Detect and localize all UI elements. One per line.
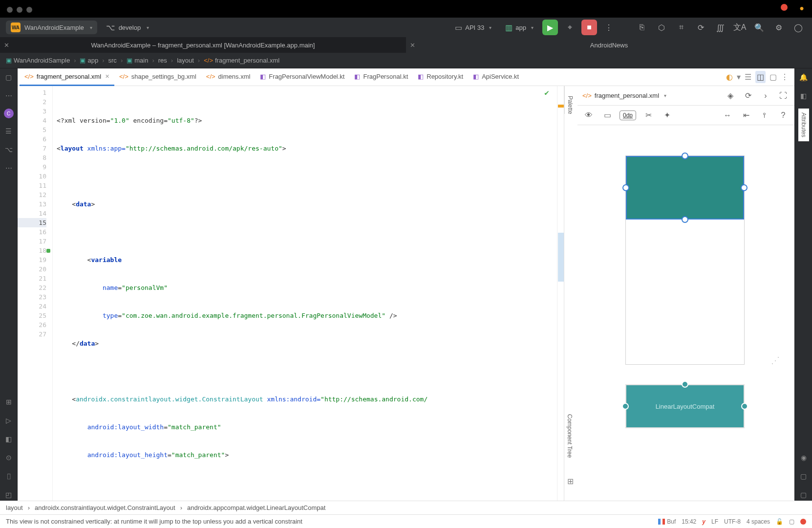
crumb[interactable]: layout	[177, 57, 194, 64]
structure-crumb[interactable]: androidx.constraintlayout.widget.Constra…	[35, 504, 175, 511]
design-preview[interactable]: LinearLayoutCompat ⋰	[577, 125, 794, 501]
crumb[interactable]: ▣app	[80, 57, 98, 64]
window-min-dot[interactable]	[17, 7, 22, 13]
chevron-right-icon[interactable]: ›	[759, 89, 772, 102]
run-button[interactable]: ▶	[542, 20, 558, 35]
branch-selector[interactable]: ⌥ develop ▾	[101, 21, 154, 34]
tree-icon[interactable]: ⊞	[567, 477, 574, 486]
lock-icon[interactable]: 🔓	[776, 518, 783, 525]
structure-crumb[interactable]: androidx.appcompat.widget.LinearLayoutCo…	[187, 504, 325, 511]
structure-crumb[interactable]: layout	[6, 504, 23, 511]
rail-icon[interactable]: ◰	[3, 489, 15, 501]
error-stripe[interactable]	[557, 86, 564, 501]
toolbar-icon[interactable]: ⟳	[693, 20, 708, 35]
rail-icon[interactable]: ▢	[798, 489, 810, 501]
run-config-selector[interactable]: ▥ app ▾	[500, 23, 538, 32]
expand-icon[interactable]: ⛶	[777, 89, 790, 102]
stop-button[interactable]: ■	[581, 20, 597, 35]
run-tool-icon[interactable]: ▷	[3, 415, 15, 426]
window-tab[interactable]: ✕ AndroidNews	[406, 37, 812, 53]
status-icon[interactable]: ▢	[789, 518, 794, 525]
magic-icon[interactable]: ✦	[661, 109, 673, 122]
structure-tool-icon[interactable]: ⊞	[3, 396, 15, 408]
device-preview[interactable]	[625, 155, 745, 365]
file-tab[interactable]: </>shape_settings_bg.xml	[114, 68, 201, 86]
palette-label[interactable]: Palette	[564, 86, 576, 114]
blueprint-preview[interactable]: LinearLayoutCompat	[625, 384, 745, 458]
component-tree-label[interactable]: Component Tree	[564, 410, 575, 462]
design-tool-icon[interactable]: ✂	[642, 109, 655, 122]
status-error-dot[interactable]	[800, 519, 806, 525]
handle[interactable]	[682, 381, 688, 388]
terminal-tool-icon[interactable]: ⌷	[3, 470, 15, 482]
rail-icon[interactable]: ◧	[3, 433, 15, 445]
file-tab[interactable]: ◧ApiService.kt	[468, 68, 524, 86]
handle-right[interactable]	[741, 184, 748, 191]
crumb[interactable]: </>fragment_personal.xml	[204, 57, 279, 64]
handle-left[interactable]	[622, 184, 629, 191]
align-icon[interactable]: ⇤	[740, 109, 752, 122]
crumb[interactable]: res	[158, 57, 167, 64]
toolbar-icon[interactable]: ⬡	[654, 20, 669, 35]
gear-icon[interactable]: ⚙	[771, 20, 787, 35]
crumb[interactable]: ▣WanAndroidSample	[6, 57, 70, 64]
status-y-icon[interactable]: y	[702, 518, 705, 525]
translate-icon[interactable]: 文A	[732, 20, 748, 35]
close-icon[interactable]: ✕	[410, 42, 415, 49]
chevron-down-icon[interactable]: ▾	[737, 72, 741, 82]
toolbar-icon[interactable]: ⌗	[673, 20, 689, 35]
resize-grip-icon[interactable]: ⋰	[771, 355, 780, 366]
window-close-dot[interactable]	[7, 7, 13, 13]
toolbar-icon[interactable]: ∭	[712, 20, 728, 35]
status-indent[interactable]: 4 spaces	[747, 518, 770, 525]
handle-top[interactable]	[682, 153, 688, 159]
align-icon[interactable]: ⫯	[758, 109, 771, 122]
rail-icon[interactable]: ☰	[3, 125, 15, 137]
view-mode-icon[interactable]: ▢	[769, 72, 777, 82]
notifications-icon[interactable]: 🔔	[798, 71, 810, 83]
rail-icon[interactable]: ▢	[798, 470, 810, 482]
close-icon[interactable]: ✕	[4, 42, 9, 49]
file-tab[interactable]: ◧FragPersonalViewModel.kt	[255, 68, 349, 86]
user-icon[interactable]: ◯	[791, 20, 806, 35]
toolbar-icon[interactable]: ⎘	[634, 20, 650, 35]
view-mode-split-icon[interactable]: ◫	[755, 71, 766, 83]
kebab-icon[interactable]: ⋮	[781, 72, 789, 82]
project-selector[interactable]: WA WanAndroidExample ▾	[6, 21, 97, 34]
rail-icon[interactable]: ◧	[798, 90, 810, 102]
design-tool-icon[interactable]: ⟳	[742, 89, 754, 102]
rail-icon[interactable]: ⋯	[3, 162, 15, 174]
dp-selector[interactable]: 0dp	[620, 110, 636, 120]
blueprint-view[interactable]: LinearLayoutCompat	[625, 384, 745, 428]
status-buf[interactable]: Buf	[658, 518, 676, 525]
rail-icon[interactable]: ◉	[798, 452, 810, 463]
rail-avatar-icon[interactable]: C	[4, 109, 14, 118]
file-tab[interactable]: ◧Repository.kt	[413, 68, 468, 86]
rail-icon[interactable]: ⌥	[3, 144, 15, 155]
crumb[interactable]: ▣main	[127, 57, 148, 64]
help-icon[interactable]: ?	[777, 109, 790, 122]
tab-more-icon[interactable]: ◐	[726, 72, 733, 82]
file-tab[interactable]: </>dimens.xml	[201, 68, 256, 86]
file-tab[interactable]: </>fragment_personal.xml✕	[20, 68, 114, 86]
handle[interactable]	[741, 403, 748, 410]
chevron-down-icon[interactable]: ▾	[664, 93, 666, 98]
window-tab[interactable]: ✕ WanAndroidExample – fragment_personal.…	[0, 37, 406, 53]
design-tool-icon[interactable]: ◈	[724, 89, 737, 102]
crumb[interactable]: src	[108, 57, 117, 64]
more-run-icon[interactable]: ⋮	[601, 20, 617, 35]
handle[interactable]	[622, 403, 629, 410]
view-mode-icon[interactable]: ☰	[745, 72, 751, 82]
search-icon[interactable]: 🔍	[751, 20, 767, 35]
rail-icon[interactable]: ⊙	[3, 452, 15, 463]
debug-button[interactable]: ⌖	[562, 20, 577, 35]
status-encoding[interactable]: UTF-8	[724, 518, 741, 525]
eye-icon[interactable]: 👁	[582, 109, 595, 122]
device-selector[interactable]: ▭ API 33 ▾	[450, 23, 496, 32]
project-tool-icon[interactable]: ▢	[3, 71, 15, 83]
status-lf[interactable]: LF	[711, 518, 718, 525]
device-icon[interactable]: ▭	[601, 109, 614, 122]
selected-view[interactable]	[626, 156, 744, 220]
align-icon[interactable]: ↔	[721, 109, 734, 122]
file-tab[interactable]: ◧FragPersonal.kt	[349, 68, 413, 86]
